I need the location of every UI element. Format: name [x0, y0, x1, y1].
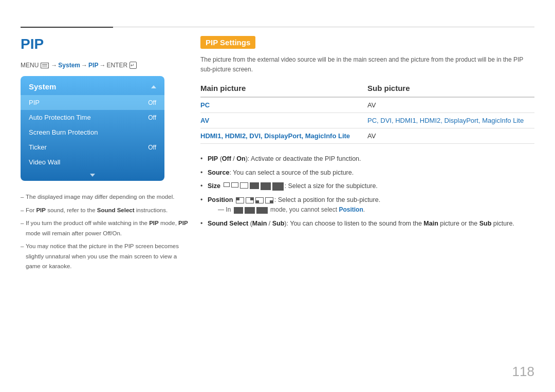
bullet-sound-main: Main — [252, 220, 267, 227]
bullet-sound-label: Sound Select — [208, 220, 248, 227]
system-menu: System PIP Off Auto Protection Time Off … — [21, 76, 164, 181]
right-panel: PIP Settings The picture from the extern… — [200, 36, 534, 231]
breadcrumb: MENU → System → PIP → ENTER — [21, 62, 190, 69]
bullet-pip-label: PIP — [208, 155, 218, 162]
menu-item-ticker-value: Off — [148, 144, 156, 151]
enter-icon — [130, 62, 137, 69]
menu-item-ticker-label: Ticker — [29, 143, 47, 151]
size-icon-2 — [231, 182, 238, 188]
menu-item-screen-burn[interactable]: Screen Burn Protection — [21, 125, 164, 140]
nav-arrow1: → — [51, 62, 57, 69]
pos-icon-2 — [246, 197, 254, 203]
picture-table: Main picture Sub picture PC AV AV PC, DV… — [200, 84, 534, 144]
nav-system: System — [58, 62, 80, 69]
size-icon-5 — [261, 182, 271, 190]
bullet-sound-select: Sound Select (Main / Sub): You can choos… — [200, 218, 534, 230]
notes-section: The displayed image may differ depending… — [21, 192, 190, 272]
table-cell-main-2: AV — [200, 113, 367, 128]
pip-description: The picture from the external video sour… — [200, 55, 534, 74]
pos-icon-1 — [236, 197, 244, 203]
pos-icon-3 — [255, 197, 264, 203]
bullet-size-label: Size — [208, 182, 220, 190]
menu-item-auto-protection-label: Auto Protection Time — [29, 114, 91, 121]
mode-icons — [234, 207, 268, 214]
nav-arrow3: → — [99, 62, 105, 69]
table-cell-main-3: HDMI1, HDMI2, DVI, DisplayPort, MagicInf… — [200, 128, 367, 144]
table-row: AV PC, DVI, HDMI1, HDMI2, DisplayPort, M… — [200, 113, 534, 128]
bullet-position: Position : Select a position for the sub… — [200, 194, 534, 216]
note-2: For PIP sound, refer to the Sound Select… — [21, 206, 190, 216]
table-cell-main-1: PC — [200, 97, 367, 113]
page-number: 118 — [512, 364, 534, 380]
note-3: If you turn the product off while watchi… — [21, 218, 190, 238]
arrow-up-icon — [151, 85, 156, 88]
menu-item-pip-label: PIP — [29, 99, 40, 106]
note-1: The displayed image may differ depending… — [21, 192, 190, 202]
menu-item-pip-value: Off — [148, 99, 156, 106]
mode-icon-1 — [234, 207, 243, 214]
table-row: HDMI1, HDMI2, DVI, DisplayPort, MagicInf… — [200, 128, 534, 144]
table-cell-sub-2: PC, DVI, HDMI1, HDMI2, DisplayPort, Magi… — [367, 113, 534, 128]
menu-item-screen-burn-label: Screen Burn Protection — [29, 128, 98, 136]
table-cell-sub-3: AV — [367, 128, 534, 144]
size-icon-3 — [240, 182, 248, 189]
bullet-source-label: Source — [208, 169, 229, 176]
settings-title: PIP Settings — [200, 36, 255, 49]
bullet-main-word: Main — [423, 220, 438, 227]
menu-item-video-wall[interactable]: Video Wall — [21, 155, 164, 170]
mode-icon-3 — [256, 207, 268, 214]
bullet-position-label: Position — [208, 196, 233, 203]
menu-item-auto-protection[interactable]: Auto Protection Time Off — [21, 110, 164, 125]
nav-arrow2: → — [81, 62, 87, 69]
menu-item-pip[interactable]: PIP Off — [21, 95, 164, 110]
size-icon-4 — [250, 182, 259, 189]
pos-icon-4 — [265, 197, 273, 203]
bullet-size: Size : Select a size for the subpicture. — [200, 180, 534, 192]
col-main-header: Main picture — [200, 84, 367, 97]
table-row: PC AV — [200, 97, 534, 113]
bullet-sub-word: Sub — [479, 220, 492, 227]
note-4: You may notice that the picture in the P… — [21, 241, 190, 272]
bullet-sound-sub: Sub — [272, 220, 285, 227]
system-menu-title: System — [29, 82, 56, 91]
col-sub-header: Sub picture — [367, 84, 534, 97]
table-cell-sub-1: AV — [367, 97, 534, 113]
bullet-source: Source: You can select a source of the s… — [200, 167, 534, 179]
position-word: Position — [339, 206, 363, 213]
bullet-pip: PIP (Off / On): Activate or deactivate t… — [200, 153, 534, 165]
arrow-down-container — [21, 170, 164, 178]
pos-icons — [236, 197, 273, 203]
menu-item-auto-protection-value: Off — [148, 114, 156, 121]
nav-pip: PIP — [88, 62, 98, 69]
arrow-down-icon — [90, 174, 95, 177]
position-subnote: In mode, you cannot select Position. — [208, 204, 534, 216]
mode-icon-2 — [245, 207, 255, 214]
page-title: PIP — [21, 36, 190, 52]
bullet-list: PIP (Off / On): Activate or deactivate t… — [200, 153, 534, 229]
menu-label: MENU — [21, 62, 39, 69]
size-icons — [224, 182, 284, 191]
bullet-pip-off: Off — [222, 155, 231, 162]
left-panel: PIP MENU → System → PIP → ENTER System P… — [21, 36, 190, 275]
nav-enter-label: ENTER — [106, 62, 127, 69]
size-icon-1 — [224, 182, 230, 187]
menu-item-ticker[interactable]: Ticker Off — [21, 140, 164, 155]
bullet-pip-on: On — [236, 155, 245, 162]
size-icon-6 — [272, 182, 284, 191]
sub-value-blue: PC, DVI, HDMI1, HDMI2, DisplayPort, Magi… — [367, 117, 524, 124]
divider-accent — [21, 27, 113, 28]
menu-icon — [41, 63, 49, 68]
menu-item-video-wall-label: Video Wall — [29, 158, 60, 166]
system-menu-header: System — [21, 79, 164, 95]
